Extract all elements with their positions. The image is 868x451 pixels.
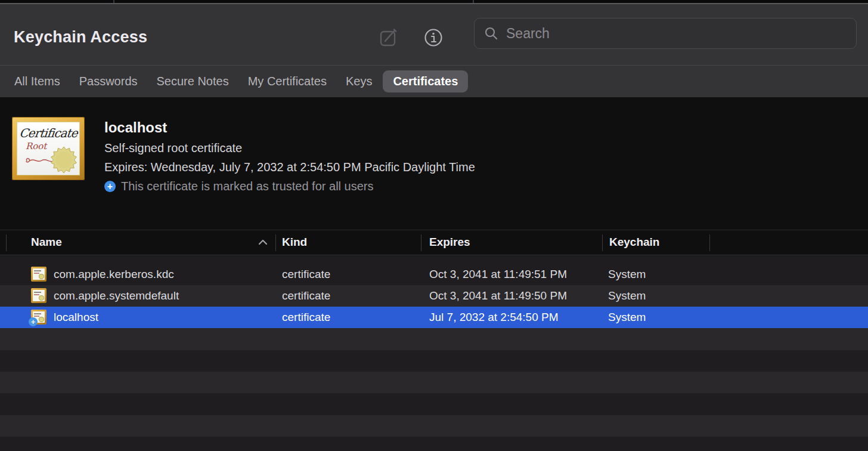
cell-keychain: System [608, 307, 646, 328]
column-header-expires[interactable]: Expires [429, 236, 470, 249]
column-divider [6, 234, 7, 251]
tab-all-items[interactable]: All Items [14, 70, 60, 92]
column-divider[interactable] [602, 234, 603, 251]
tab-secure-notes[interactable]: Secure Notes [157, 70, 229, 92]
column-divider[interactable] [275, 234, 276, 251]
search-icon [484, 26, 498, 41]
table-body-spacer [0, 256, 868, 264]
column-header-kind[interactable]: Kind [282, 236, 307, 249]
cell-expires: Jul 7, 2032 at 2:54:50 PM [429, 307, 559, 328]
empty-rows-area[interactable] [0, 328, 868, 451]
page-title: Keychain Access [14, 28, 147, 47]
cell-keychain: System [608, 285, 646, 307]
cell-kind: certificate [282, 285, 330, 307]
column-header-keychain[interactable]: Keychain [609, 236, 659, 249]
cell-expires: Oct 3, 2041 at 11:49:50 PM [429, 285, 567, 307]
gold-seal [50, 146, 78, 174]
table-row[interactable]: +localhostcertificateJul 7, 2032 at 2:54… [0, 307, 868, 328]
tab-certificates[interactable]: Certificates [383, 70, 468, 92]
tab-my-certificates[interactable]: My Certificates [248, 70, 327, 92]
table-row[interactable]: com.apple.systemdefaultcertificateOct 3,… [0, 285, 868, 307]
cell-keychain: System [608, 264, 646, 285]
cell-kind: certificate [282, 307, 330, 328]
cell-name: localhost [54, 307, 98, 328]
column-header-name[interactable]: Name [31, 236, 62, 249]
trusted-plus-icon: + [104, 181, 116, 192]
title-bar: Keychain Access [0, 4, 868, 65]
column-divider[interactable] [709, 234, 710, 251]
keychain-access-window: Keychain Access All ItemsPasswordsSecure [0, 0, 868, 451]
detail-expires: Expires: Wednesday, July 7, 2032 at 2:54… [104, 160, 475, 174]
certificate-icon [31, 288, 46, 303]
certificate-icon [31, 267, 46, 282]
info-icon[interactable] [424, 28, 443, 47]
tab-keys[interactable]: Keys [346, 70, 372, 92]
trusted-plus-badge: + [29, 317, 38, 326]
cell-expires: Oct 3, 2041 at 11:49:51 PM [429, 264, 567, 285]
detail-trust-note: This certificate is marked as trusted fo… [121, 180, 373, 193]
search-input[interactable] [506, 26, 847, 42]
cell-name: com.apple.systemdefault [54, 285, 179, 307]
compose-icon[interactable] [379, 28, 398, 47]
content-area: Certificate Root localhost Self-signed r… [0, 97, 868, 451]
category-tab-bar: All ItemsPasswordsSecure NotesMy Certifi… [0, 65, 868, 97]
certificate-icon: + [31, 310, 46, 325]
cell-name: com.apple.kerberos.kdc [54, 264, 174, 285]
certificate-root-icon: Certificate Root [12, 117, 85, 180]
certificate-icon-title: Certificate [17, 126, 80, 140]
table-row[interactable]: com.apple.kerberos.kdccertificateOct 3, … [0, 264, 868, 285]
sort-ascending-icon [258, 239, 268, 245]
cell-kind: certificate [282, 264, 330, 285]
certificate-detail-panel: Certificate Root localhost Self-signed r… [12, 117, 475, 193]
table-header: Name Kind Expires Keychain [0, 230, 868, 255]
tab-passwords[interactable]: Passwords [79, 70, 138, 92]
table-body: com.apple.kerberos.kdccertificateOct 3, … [0, 256, 868, 328]
search-field[interactable] [474, 18, 857, 49]
column-divider[interactable] [421, 234, 421, 251]
detail-type: Self-signed root certificate [104, 141, 475, 155]
detail-name: localhost [104, 120, 475, 135]
